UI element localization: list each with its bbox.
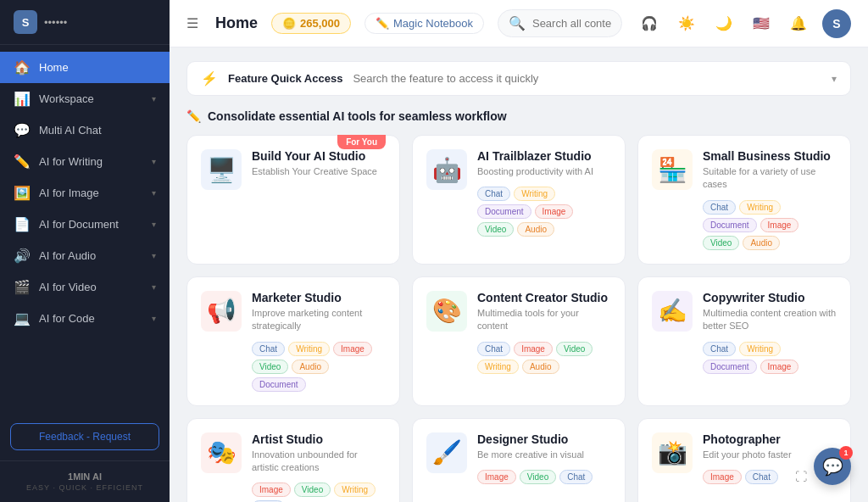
sidebar-brand-name: 1MIN AI <box>14 471 156 482</box>
chevron-down-icon: ▾ <box>152 188 156 198</box>
quick-access-icon: ⚡ <box>201 70 218 86</box>
studio-card-info: Marketer Studio Improve marketing conten… <box>252 291 386 392</box>
studio-card-desc: Establish Your Creative Space <box>252 165 386 178</box>
studio-card-info: Artist Studio Innovation unbounded for a… <box>252 432 386 502</box>
sidebar-item-ai-document[interactable]: 📄 AI for Document ▾ <box>0 209 170 240</box>
studio-card-title: Photographer <box>703 432 837 446</box>
header: ☰ Home 🪙 265,000 ✏️ Magic Notebook 🔍 🎧 ☀… <box>170 0 868 47</box>
coins-display[interactable]: 🪙 265,000 <box>271 13 351 34</box>
bell-icon[interactable]: 🔔 <box>785 10 812 37</box>
sidebar-logo-icon: S <box>14 10 37 34</box>
studio-card-ai-trailblazer[interactable]: 🤖 AI Trailblazer Studio Boosting product… <box>412 135 626 265</box>
moon-icon[interactable]: 🌙 <box>710 10 737 37</box>
studio-card-build-ai-studio[interactable]: For You 🖥️ Build Your AI Studio Establis… <box>186 135 400 265</box>
studio-card-image: 🤖 <box>426 149 467 190</box>
coins-icon: 🪙 <box>282 17 296 30</box>
chevron-down-icon: ▾ <box>152 157 156 166</box>
sidebar-item-icon-ai-video: 🎬 <box>14 279 31 295</box>
studio-card-title: Marketer Studio <box>252 291 386 304</box>
chat-bubble-button[interactable]: 💬 1 <box>814 448 851 485</box>
search-input[interactable] <box>532 17 611 30</box>
studio-card-badge: For You <box>337 135 386 149</box>
tag-chat: Chat <box>703 342 736 356</box>
studio-card-content: 🏪 Small Business Studio Suitable for a v… <box>652 149 837 250</box>
sidebar-item-icon-ai-document: 📄 <box>14 216 31 232</box>
studio-card-image: 📸 <box>652 432 693 473</box>
studio-card-desc: Improve marketing content strategically <box>252 307 386 333</box>
sidebar-logo-text: •••••• <box>44 16 67 29</box>
chevron-down-icon: ▾ <box>152 282 156 292</box>
tag-chat: Chat <box>703 200 736 215</box>
tag-audio: Audio <box>522 360 559 374</box>
sidebar-item-icon-ai-image: 🖼️ <box>14 185 31 201</box>
tag-image: Image <box>333 342 372 356</box>
studio-card-small-business[interactable]: 🏪 Small Business Studio Suitable for a v… <box>637 135 851 265</box>
headphone-icon[interactable]: 🎧 <box>636 10 663 37</box>
header-icons: 🎧 ☀️ 🌙 🇺🇸 🔔 S <box>636 9 851 38</box>
tag-audio: Audio <box>517 222 554 237</box>
quick-access-input[interactable] <box>353 72 821 85</box>
tag-writing: Writing <box>739 342 781 356</box>
studio-card-content: 🖌️ Designer Studio Be more creative in v… <box>426 432 611 484</box>
studio-card-desc: Boosting productivity with AI <box>477 165 611 178</box>
sidebar-item-label-ai-video: AI for Video <box>39 281 143 293</box>
studio-card-content: 🎨 Content Creator Studio Multimedia tool… <box>426 291 611 374</box>
sidebar-item-ai-code[interactable]: 💻 AI for Code ▾ <box>0 303 170 334</box>
tag-image: Image <box>514 342 553 356</box>
tag-document: Document <box>703 218 757 232</box>
chevron-down-icon: ▾ <box>152 94 156 103</box>
studio-card-artist-studio[interactable]: 🎭 Artist Studio Innovation unbounded for… <box>186 418 400 502</box>
studio-card-copywriter-studio[interactable]: ✍️ Copywriter Studio Multimedia content … <box>637 276 851 406</box>
sidebar-item-ai-video[interactable]: 🎬 AI for Video ▾ <box>0 271 170 303</box>
studio-card-image: 📢 <box>201 291 242 332</box>
studio-card-tags: ChatWritingImageVideoAudioDocument <box>252 342 386 392</box>
sidebar-item-multi-ai-chat[interactable]: 💬 Multi AI Chat <box>0 114 170 146</box>
studio-card-info: Build Your AI Studio Establish Your Crea… <box>252 149 386 187</box>
studio-card-content: ✍️ Copywriter Studio Multimedia content … <box>652 291 837 374</box>
studio-card-content: 📢 Marketer Studio Improve marketing cont… <box>201 291 386 392</box>
studio-card-content: 📸 Photographer Edit your photo faster Im… <box>652 432 837 484</box>
feature-quick-access[interactable]: ⚡ Feature Quick Access ▾ <box>186 61 851 96</box>
main-area: ☰ Home 🪙 265,000 ✏️ Magic Notebook 🔍 🎧 ☀… <box>170 0 868 502</box>
studio-card-title: Designer Studio <box>477 432 611 446</box>
sidebar-item-ai-image[interactable]: 🖼️ AI for Image ▾ <box>0 177 170 209</box>
sidebar-item-ai-writing[interactable]: ✏️ AI for Writing ▾ <box>0 146 170 177</box>
sidebar-item-home[interactable]: 🏠 Home <box>0 52 170 83</box>
tag-writing: Writing <box>477 360 519 374</box>
tag-chat: Chat <box>252 342 285 356</box>
sidebar-item-workspace[interactable]: 📊 Workspace ▾ <box>0 83 170 114</box>
studio-card-image: 🎭 <box>201 432 242 473</box>
tag-document: Document <box>477 204 531 219</box>
feedback-button[interactable]: Feedback - Request <box>10 423 159 450</box>
sidebar-item-label-multi-ai-chat: Multi AI Chat <box>39 124 156 137</box>
tag-document: Document <box>703 360 757 374</box>
studio-card-desc: Innovation unbounded for artistic creati… <box>252 449 386 475</box>
studio-card-info: Content Creator Studio Multimedia tools … <box>477 291 611 374</box>
tag-image: Image <box>477 470 516 484</box>
search-bar: 🔍 <box>498 9 622 37</box>
studio-card-image: ✍️ <box>652 291 693 332</box>
sidebar-item-label-ai-document: AI for Document <box>39 218 143 231</box>
language-flag-icon[interactable]: 🇺🇸 <box>748 10 775 37</box>
tag-chat: Chat <box>477 187 510 201</box>
studio-card-marketer-studio[interactable]: 📢 Marketer Studio Improve marketing cont… <box>186 276 400 406</box>
studio-card-designer-studio[interactable]: 🖌️ Designer Studio Be more creative in v… <box>412 418 626 502</box>
tag-document: Document <box>252 377 306 392</box>
notification-wrapper: 🔔 <box>785 10 812 37</box>
avatar[interactable]: S <box>822 9 851 38</box>
menu-icon[interactable]: ☰ <box>186 15 198 31</box>
sidebar-item-ai-audio[interactable]: 🔊 AI for Audio ▾ <box>0 240 170 271</box>
studio-card-content-creator[interactable]: 🎨 Content Creator Studio Multimedia tool… <box>412 276 626 406</box>
magic-notebook-button[interactable]: ✏️ Magic Notebook <box>364 13 484 34</box>
sun-icon[interactable]: ☀️ <box>673 10 700 37</box>
expand-icon[interactable]: ⛶ <box>795 470 807 483</box>
sidebar-item-label-ai-audio: AI for Audio <box>39 249 143 262</box>
tag-image: Image <box>252 482 291 497</box>
studio-card-tags: ChatWritingDocumentImage <box>703 342 837 374</box>
studio-card-tags: ChatWritingDocumentImageVideoAudio <box>703 200 837 250</box>
studio-card-image: 🎨 <box>426 291 467 332</box>
sidebar: S •••••• 🏠 Home 📊 Workspace ▾ 💬 Multi AI… <box>0 0 170 502</box>
studio-card-desc: Be more creative in visual <box>477 449 611 461</box>
studio-card-title: Small Business Studio <box>703 149 837 163</box>
studio-card-image: 🖌️ <box>426 432 467 473</box>
